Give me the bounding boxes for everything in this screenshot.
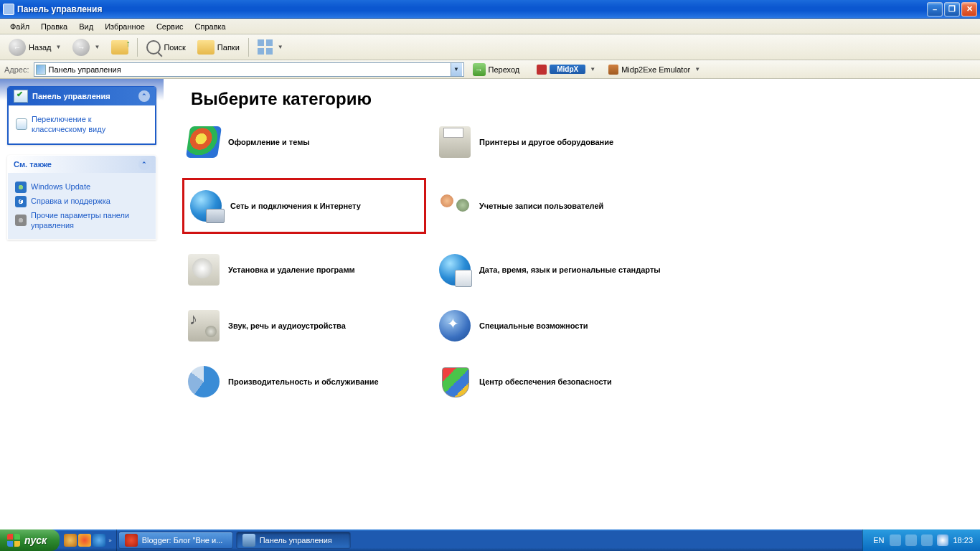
task-label: Панель управления (260, 536, 332, 545)
category-item[interactable]: Центр обеспечения безопасности (433, 362, 692, 402)
go-arrow-icon: → (473, 63, 486, 76)
chevron-up-icon[interactable]: ⌃ (138, 90, 150, 102)
system-tray: EN 18:23 (862, 529, 980, 551)
window-controls: – ❐ ✕ (927, 2, 977, 17)
views-button[interactable]: ▼ (253, 37, 288, 57)
start-button[interactable]: пуск (0, 529, 60, 551)
back-icon: ← (9, 39, 26, 56)
taskbar-task[interactable]: Панель управления (236, 532, 351, 549)
menu-Избранное[interactable]: Избранное (99, 21, 151, 32)
category-label: Специальные возможности (479, 321, 588, 330)
category-label: Учетные записи пользователей (479, 202, 603, 210)
category-item[interactable]: Установка и удаление программ (182, 250, 426, 290)
forward-button[interactable]: → ▼ (68, 37, 104, 57)
task-icon (242, 534, 255, 547)
folder-icon (197, 40, 215, 55)
ql-chrome-icon[interactable] (78, 534, 91, 547)
chevron-down-icon: ▼ (94, 44, 100, 50)
taskbar-task[interactable]: Blogger: Блог "Вне и... (118, 532, 233, 549)
mi-help-icon (15, 196, 27, 207)
tray-icon[interactable] (905, 534, 917, 546)
ql-ie-icon[interactable] (93, 534, 105, 547)
address-bar: Адрес: Панель управления ▼ → Переход Mid… (0, 60, 980, 79)
tray-icon[interactable] (890, 534, 901, 546)
mi-wu-icon (15, 182, 27, 193)
category-item[interactable]: Дата, время, язык и региональные стандар… (433, 250, 692, 290)
page-title: Выберите категорию (191, 89, 966, 109)
language-indicator[interactable]: EN (873, 536, 884, 545)
access-icon (439, 310, 471, 342)
task-label: Blogger: Блог "Вне и... (142, 536, 223, 545)
category-item[interactable]: Звук, речь и аудиоустройства (182, 306, 426, 346)
menu-Вид[interactable]: Вид (73, 21, 99, 32)
maximize-button[interactable]: ❐ (944, 2, 960, 17)
search-button[interactable]: Поиск (142, 37, 189, 57)
menu-Сервис[interactable]: Сервис (151, 21, 189, 32)
category-label: Установка и удаление программ (228, 265, 355, 274)
perf-icon (188, 366, 220, 397)
sidebar: Панель управления⌃Переключение к классич… (0, 79, 164, 529)
up-button[interactable] (107, 37, 133, 57)
task-icon (125, 534, 138, 547)
chevron-right-icon[interactable]: » (108, 537, 111, 544)
separator (137, 38, 138, 57)
category-item[interactable]: Учетные записи пользователей (433, 178, 692, 234)
category-label: Оформление и темы (228, 138, 310, 146)
category-label: Центр обеспечения безопасности (479, 377, 612, 386)
control-panel-icon (14, 90, 28, 103)
close-button[interactable]: ✕ (961, 2, 977, 17)
sidebar-link[interactable]: Windows Update (15, 182, 149, 193)
address-input[interactable]: Панель управления ▼ (34, 62, 464, 77)
folders-button[interactable]: Папки (193, 37, 244, 57)
tray-icon[interactable] (921, 534, 933, 546)
ql-icon[interactable] (64, 534, 77, 547)
volume-icon[interactable] (937, 534, 948, 546)
menu-Справка[interactable]: Справка (189, 21, 232, 32)
task-box-body: Windows UpdateСправка и поддержкаПрочие … (8, 173, 156, 240)
clock[interactable]: 18:23 (953, 536, 973, 545)
go-button[interactable]: → Переход (468, 60, 524, 80)
chevron-up-icon[interactable]: ⌃ (138, 159, 150, 170)
sidebar-link[interactable]: Прочие параметры панели управления (15, 210, 149, 231)
category-item[interactable]: Сеть и подключения к Интернету (182, 178, 426, 234)
mi-gear-icon (15, 215, 27, 226)
folders-label: Папки (217, 43, 240, 52)
menu-Файл[interactable]: Файл (4, 21, 35, 32)
midpx-icon (537, 65, 547, 75)
separator (248, 38, 249, 57)
minimize-button[interactable]: – (927, 2, 943, 17)
category-item[interactable]: Производительность и обслуживание (182, 362, 426, 402)
category-item[interactable]: Специальные возможности (433, 306, 692, 346)
category-label: Звук, речь и аудиоустройства (228, 321, 346, 330)
category-item[interactable]: Принтеры и другое оборудование (433, 122, 692, 162)
chevron-down-icon[interactable]: ▼ (451, 63, 462, 76)
midp2exe-icon (608, 65, 618, 75)
category-item[interactable]: Оформление и темы (182, 122, 426, 162)
windows-logo-icon (7, 534, 20, 547)
go-label: Переход (489, 65, 520, 74)
address-value: Панель управления (49, 65, 451, 74)
search-label: Поиск (164, 43, 185, 52)
extension-midpx[interactable]: MidpX ▼ (537, 65, 595, 75)
midp2exe-label: Midp2Exe Emulator (621, 65, 690, 74)
extension-midp2exe[interactable]: Midp2Exe Emulator ▼ (608, 65, 700, 75)
task-box: Панель управления⌃Переключение к классич… (7, 86, 156, 145)
sidebar-link[interactable]: Справка и поддержка (15, 196, 149, 207)
control-panel-icon (36, 65, 46, 75)
menu-Правка[interactable]: Правка (35, 21, 73, 32)
task-box-header[interactable]: См. также⌃ (8, 156, 156, 173)
quick-launch: » (60, 529, 116, 551)
chevron-down-icon: ▼ (56, 44, 62, 50)
category-label: Дата, время, язык и региональные стандар… (479, 265, 661, 274)
back-button[interactable]: ← Назад ▼ (4, 37, 65, 57)
start-label: пуск (24, 534, 47, 546)
views-icon (258, 39, 273, 55)
task-box-header[interactable]: Панель управления⌃ (8, 87, 156, 105)
content-area: Панель управления⌃Переключение к классич… (0, 79, 980, 529)
search-icon (146, 40, 161, 55)
address-label: Адрес: (4, 65, 29, 74)
sidebar-link[interactable]: Переключение к классическому виду (16, 114, 148, 135)
menu-bar: ФайлПравкаВидИзбранноеСервисСправка (0, 19, 980, 34)
network-icon (190, 190, 222, 222)
app-icon (3, 4, 14, 15)
